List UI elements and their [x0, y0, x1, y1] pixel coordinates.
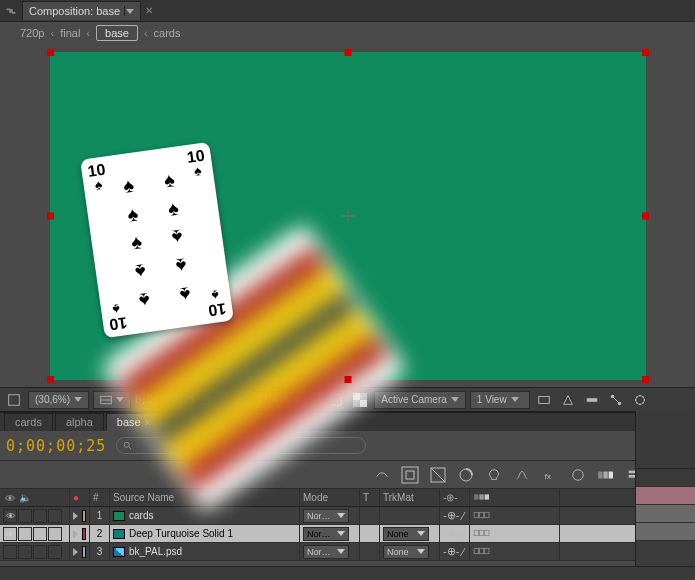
blend-mode-dropdown[interactable]: Nor…: [303, 509, 349, 523]
reset-icon[interactable]: -⊕-: [443, 509, 459, 522]
trkmat-dropdown[interactable]: None: [383, 545, 429, 559]
video-toggle[interactable]: [3, 545, 17, 559]
timeline-time-ruler[interactable]: [635, 411, 695, 580]
parent-pickwhip-icon[interactable]: [473, 508, 491, 524]
solo-toggle[interactable]: [33, 527, 47, 541]
svg-rect-13: [587, 398, 598, 402]
svg-rect-46: [485, 548, 489, 553]
col-t[interactable]: T: [360, 489, 380, 506]
timeline-tab[interactable]: cards: [4, 413, 53, 431]
exposure-icon[interactable]: [630, 391, 650, 409]
svg-point-18: [125, 442, 130, 447]
layer-row[interactable]: 3bk_PAL.psdNor…None-⊕-∕: [0, 543, 695, 561]
reset-icon[interactable]: -⊕-: [443, 527, 459, 540]
twirl-icon[interactable]: [73, 512, 78, 520]
audio-toggle[interactable]: [18, 527, 32, 541]
fast-previews-icon[interactable]: [558, 391, 578, 409]
selection-handle[interactable]: [47, 49, 54, 56]
comp-switch-icon[interactable]: [398, 464, 422, 486]
timeline-tab[interactable]: alpha: [55, 413, 104, 431]
selection-handle[interactable]: [642, 376, 649, 383]
layer-label-swatch[interactable]: [82, 528, 86, 540]
svg-rect-27: [598, 471, 602, 478]
col-mode[interactable]: Mode: [300, 489, 360, 506]
flow-item[interactable]: final: [60, 27, 80, 39]
audio-toggle[interactable]: [18, 545, 32, 559]
composition-panel-tab[interactable]: Composition: base: [22, 1, 141, 20]
composition-canvas[interactable]: 10♠ 10♠ 10♠ 10♠ ♠♠♠♠♠ ♠♠♠♠♠: [50, 52, 646, 380]
twirl-icon[interactable]: [73, 548, 78, 556]
parent-header-icon[interactable]: [473, 490, 491, 506]
label-header-icon[interactable]: ●: [73, 492, 79, 503]
selection-handle[interactable]: [47, 212, 54, 219]
trkmat-dropdown[interactable]: None: [383, 527, 429, 541]
effects-icon[interactable]: ∕: [462, 546, 464, 558]
layer-label-swatch[interactable]: [82, 546, 86, 558]
solo-toggle[interactable]: [33, 509, 47, 523]
effects-icon[interactable]: ∕: [462, 528, 464, 540]
svg-rect-43: [485, 530, 489, 535]
selection-handle[interactable]: [344, 376, 351, 383]
reset-icon[interactable]: -⊕-: [443, 545, 459, 558]
panel-tab-close-icon[interactable]: ✕: [145, 5, 153, 16]
solo-toggle[interactable]: [33, 545, 47, 559]
always-preview-icon[interactable]: [4, 391, 24, 409]
blend-mode-dropdown[interactable]: Nor…: [303, 527, 349, 541]
selection-handle[interactable]: [47, 376, 54, 383]
blend-mode-dropdown[interactable]: Nor…: [303, 545, 349, 559]
quality-icon[interactable]: [594, 464, 618, 486]
col-index[interactable]: #: [90, 489, 110, 506]
shy-icon[interactable]: [370, 464, 394, 486]
speaker-header-icon[interactable]: 🔈: [19, 492, 31, 503]
horizontal-scrollbar[interactable]: [0, 566, 695, 580]
svg-rect-33: [474, 494, 478, 499]
zoom-dropdown[interactable]: (30,6%): [28, 391, 89, 409]
composition-viewer[interactable]: 10♠ 10♠ 10♠ 10♠ ♠♠♠♠♠ ♠♠♠♠♠: [0, 44, 695, 387]
draft3d-icon[interactable]: fx: [538, 464, 562, 486]
layer-name: cards: [129, 510, 153, 521]
parent-pickwhip-icon[interactable]: [473, 544, 491, 560]
video-toggle[interactable]: [3, 527, 17, 541]
views-dropdown[interactable]: 1 View: [470, 391, 530, 409]
lock-toggle[interactable]: [48, 545, 62, 559]
panel-tab-menu-icon[interactable]: [124, 6, 134, 16]
flow-item[interactable]: cards: [154, 27, 181, 39]
zoom-value: (30,6%): [35, 394, 70, 405]
preserve-transparency-toggle[interactable]: [360, 543, 380, 560]
current-timecode[interactable]: 0;00;00;25: [6, 437, 106, 455]
layer-row[interactable]: 1cardsNor…-⊕-∕: [0, 507, 695, 525]
brainstorm-icon[interactable]: [482, 464, 506, 486]
audio-toggle[interactable]: [18, 509, 32, 523]
comp-flowchart-icon[interactable]: [606, 391, 626, 409]
preserve-transparency-toggle[interactable]: [360, 525, 380, 542]
live-update-icon[interactable]: [566, 464, 590, 486]
selection-handle[interactable]: [642, 212, 649, 219]
selection-handle[interactable]: [344, 49, 351, 56]
pixel-aspect-icon[interactable]: [534, 391, 554, 409]
flow-item-active[interactable]: base: [96, 25, 138, 41]
eye-header-icon[interactable]: [3, 491, 17, 505]
layer-name: Deep Turquoise Solid 1: [129, 528, 233, 539]
lock-toggle[interactable]: [48, 527, 62, 541]
video-toggle[interactable]: [3, 509, 17, 523]
svg-rect-28: [603, 471, 607, 478]
layer-row[interactable]: 2Deep Turquoise Solid 1Nor…None-⊕-∕: [0, 525, 695, 543]
flow-sep-icon: ‹: [50, 27, 54, 39]
preserve-transparency-toggle[interactable]: [360, 507, 380, 524]
effects-icon[interactable]: ∕: [462, 510, 464, 522]
flow-sep-icon: ‹: [86, 27, 90, 39]
frame-blend-icon[interactable]: [426, 464, 450, 486]
motion-blur-icon[interactable]: [454, 464, 478, 486]
twirl-icon[interactable]: [73, 530, 78, 538]
flow-item[interactable]: 720p: [20, 27, 44, 39]
col-trkmat[interactable]: TrkMat: [380, 489, 440, 506]
svg-rect-20: [402, 467, 418, 483]
panel-tab-title: Composition: base: [29, 5, 120, 17]
parent-pickwhip-icon[interactable]: [473, 526, 491, 542]
layer-label-swatch[interactable]: [82, 510, 86, 522]
switches-header-icon[interactable]: -⊕-: [443, 492, 458, 503]
timeline-icon[interactable]: [582, 391, 602, 409]
selection-handle[interactable]: [642, 49, 649, 56]
lock-toggle[interactable]: [48, 509, 62, 523]
graph-editor-icon[interactable]: [510, 464, 534, 486]
